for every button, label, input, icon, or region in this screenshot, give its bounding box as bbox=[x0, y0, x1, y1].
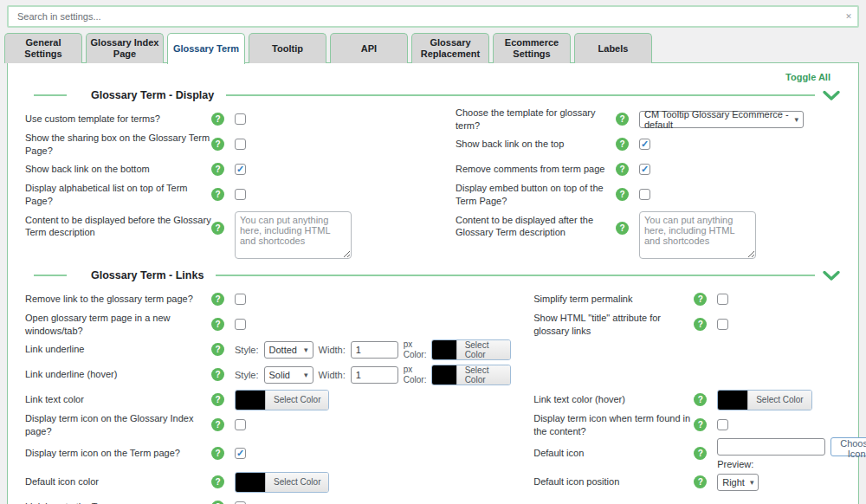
help-icon[interactable]: ? bbox=[211, 113, 224, 126]
underline-color-picker[interactable]: Select Color bbox=[431, 339, 511, 360]
help-icon[interactable]: ? bbox=[616, 113, 629, 126]
tab-tooltip[interactable]: Tooltip bbox=[249, 33, 326, 63]
select-color-button[interactable]: Select Color bbox=[747, 391, 811, 410]
template-select[interactable]: CM Tooltip Glossary Ecommerce - default … bbox=[639, 111, 804, 128]
setting-row: Display term icon on the Glossary Index … bbox=[20, 412, 511, 437]
checkbox-sharing-box[interactable] bbox=[235, 139, 246, 150]
preview-label: Preview: bbox=[717, 459, 753, 469]
setting-row: Show back link on the bottom ? bbox=[20, 157, 433, 182]
select-color-button[interactable]: Select Color bbox=[265, 473, 328, 492]
checkbox-icon-index[interactable] bbox=[235, 419, 246, 430]
help-icon[interactable]: ? bbox=[694, 447, 707, 460]
default-icon-input[interactable] bbox=[717, 438, 825, 456]
checkbox-back-link-bottom[interactable] bbox=[235, 164, 246, 175]
help-icon[interactable]: ? bbox=[694, 293, 707, 306]
divider bbox=[226, 94, 815, 96]
underline-hover-width-input[interactable] bbox=[351, 366, 398, 384]
tab-content-panel: Toggle All Glossary Term - Display Use c… bbox=[7, 62, 859, 504]
section-header-display: Glossary Term - Display bbox=[20, 84, 846, 107]
choose-icon-button[interactable]: Choose Icon bbox=[830, 437, 866, 456]
color-swatch bbox=[432, 340, 456, 359]
help-icon[interactable]: ? bbox=[211, 293, 224, 306]
select-color-button[interactable]: Select Color bbox=[265, 391, 328, 410]
setting-row: Link text color ? Select Color bbox=[20, 387, 511, 412]
tab-glossary-term[interactable]: Glossary Term bbox=[167, 33, 245, 64]
setting-row: Default icon ? Choose Icon Preview: bbox=[511, 437, 866, 469]
help-icon[interactable]: ? bbox=[211, 138, 224, 151]
checkbox-remove-link[interactable] bbox=[235, 294, 246, 305]
chevron-down-icon[interactable] bbox=[822, 90, 841, 101]
setting-row: Content to be displayed before the Gloss… bbox=[20, 207, 433, 262]
checkbox-back-link-top[interactable] bbox=[639, 139, 650, 150]
checkbox-icon-term[interactable] bbox=[235, 448, 246, 459]
setting-row: Display term icon when term found in the… bbox=[511, 412, 866, 437]
help-icon[interactable]: ? bbox=[211, 475, 224, 488]
setting-row: Simplify term permalink ? bbox=[511, 287, 866, 312]
underline-hover-color-picker[interactable]: Select Color bbox=[431, 365, 511, 385]
help-icon[interactable]: ? bbox=[694, 393, 707, 406]
checkbox-remove-comments[interactable] bbox=[639, 164, 650, 175]
help-icon[interactable]: ? bbox=[211, 393, 224, 406]
settings-search-bar: ✕ bbox=[7, 5, 859, 28]
setting-row: Open glossary term page in a new windows… bbox=[20, 312, 511, 337]
content-after-textarea[interactable] bbox=[639, 211, 756, 259]
setting-row: Display alphabetical list on top of Term… bbox=[20, 182, 433, 207]
help-icon[interactable]: ? bbox=[211, 163, 224, 176]
help-icon[interactable]: ? bbox=[211, 222, 224, 235]
help-icon[interactable]: ? bbox=[694, 475, 707, 488]
section-header-links: Glossary Term - Links bbox=[20, 264, 846, 287]
chevron-down-icon: ▾ bbox=[750, 478, 754, 487]
color-swatch bbox=[236, 473, 265, 492]
clear-search-icon[interactable]: ✕ bbox=[840, 12, 857, 21]
help-icon[interactable]: ? bbox=[211, 343, 224, 356]
chevron-down-icon[interactable] bbox=[822, 270, 841, 281]
setting-row: Content to be displayed after the Glossa… bbox=[433, 207, 846, 262]
help-icon[interactable]: ? bbox=[211, 368, 224, 381]
search-input[interactable] bbox=[9, 11, 840, 22]
checkbox-html-title[interactable] bbox=[717, 319, 728, 330]
select-color-button[interactable]: Select Color bbox=[456, 365, 511, 384]
color-swatch bbox=[236, 391, 265, 410]
divider bbox=[34, 275, 67, 276]
help-icon[interactable]: ? bbox=[211, 501, 224, 504]
help-icon[interactable]: ? bbox=[211, 318, 224, 331]
tab-labels[interactable]: Labels bbox=[574, 33, 652, 63]
link-text-color-picker[interactable]: Select Color bbox=[235, 390, 329, 410]
content-before-textarea[interactable] bbox=[235, 211, 352, 259]
checkbox-custom-template[interactable] bbox=[235, 113, 246, 125]
underline-style-select[interactable]: Dotted ▾ bbox=[264, 341, 313, 359]
checkbox-embed-button[interactable] bbox=[639, 189, 650, 200]
underline-width-input[interactable] bbox=[351, 341, 398, 359]
setting-row: Remove comments from term page ? bbox=[433, 157, 846, 182]
checkbox-icon-content[interactable] bbox=[717, 419, 728, 430]
checkbox-simplify-permalink[interactable] bbox=[717, 294, 728, 305]
checkbox-alphabetical-list[interactable] bbox=[235, 189, 246, 200]
divider bbox=[34, 94, 67, 96]
tab-glossary-index-page[interactable]: Glossary Index Page bbox=[86, 33, 164, 63]
select-color-button[interactable]: Select Color bbox=[456, 340, 511, 359]
checkbox-new-window[interactable] bbox=[235, 319, 246, 330]
help-icon[interactable]: ? bbox=[616, 222, 629, 235]
toggle-all-link[interactable]: Toggle All bbox=[785, 72, 830, 82]
help-icon[interactable]: ? bbox=[616, 188, 629, 201]
setting-row: Remove link to the glossary term page? ? bbox=[20, 287, 511, 312]
tab-ecommerce-settings[interactable]: Ecommerce Settings bbox=[493, 33, 571, 63]
tab-glossary-replacement[interactable]: Glossary Replacement bbox=[411, 33, 489, 63]
help-icon[interactable]: ? bbox=[694, 318, 707, 331]
link-text-color-hover-picker[interactable]: Select Color bbox=[717, 390, 811, 410]
help-icon[interactable]: ? bbox=[616, 163, 629, 176]
tab-general-settings[interactable]: General Settings bbox=[4, 33, 82, 63]
icon-position-select[interactable]: Right ▾ bbox=[717, 474, 759, 491]
help-icon[interactable]: ? bbox=[211, 188, 224, 201]
setting-row: Use custom template for terms? ? bbox=[20, 107, 433, 132]
help-icon[interactable]: ? bbox=[211, 447, 224, 460]
color-swatch bbox=[432, 365, 456, 384]
setting-row: Default icon position ? Right ▾ bbox=[511, 469, 866, 494]
help-icon[interactable]: ? bbox=[211, 418, 224, 431]
default-icon-color-picker[interactable]: Select Color bbox=[235, 472, 329, 493]
help-icon[interactable]: ? bbox=[694, 418, 707, 431]
tab-api[interactable]: API bbox=[330, 33, 408, 63]
underline-hover-style-select[interactable]: Solid ▾ bbox=[264, 366, 313, 384]
setting-row: Link icon to the Term page ? bbox=[20, 494, 511, 504]
help-icon[interactable]: ? bbox=[616, 138, 629, 151]
